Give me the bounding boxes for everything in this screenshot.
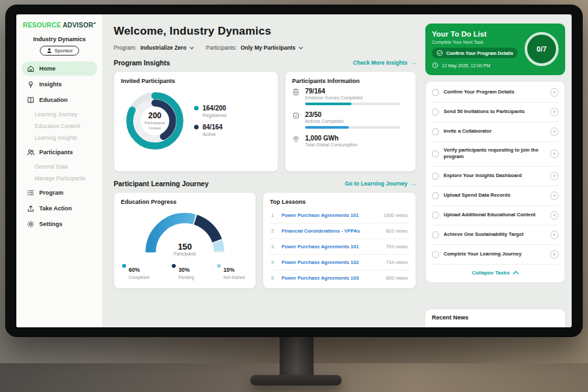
donut-legend: 164/200 Registered 84/164 Active <box>194 99 226 142</box>
gauge-legend: 60% Completed 30% Pending 10% <box>121 257 249 280</box>
due-date-label: 12 May 2025, 12:00 PM <box>442 63 490 68</box>
sidebar-item-education-content[interactable]: Education Content <box>22 120 97 132</box>
sidebar-item-general-data[interactable]: General Data <box>22 161 97 172</box>
sidebar-item-learning-insights[interactable]: Learning Insights <box>22 132 97 144</box>
checkbox-circle[interactable] <box>432 231 439 238</box>
checkbox-circle[interactable] <box>432 128 439 135</box>
legend-label: Not Started <box>223 275 245 280</box>
chevron-right-icon[interactable]: › <box>550 108 559 116</box>
todo-item-label: Upload Spend Data Records <box>444 192 546 199</box>
donut-chart: 200 Participants Invited 164/200 Registe… <box>121 87 271 152</box>
checkbox-circle[interactable] <box>432 89 439 96</box>
todo-item[interactable]: Confirm Your Program Details › <box>432 83 559 103</box>
link-label: Go to Learning Journey <box>345 180 408 187</box>
todo-item[interactable]: Send 50 Invitations to Participants › <box>432 103 559 122</box>
chevron-right-icon[interactable]: › <box>550 172 559 180</box>
stat-value: 1,000 GWh <box>305 135 409 142</box>
sidebar-item-education[interactable]: Education <box>22 93 97 107</box>
checkbox-circle[interactable] <box>432 212 439 219</box>
chevron-right-icon[interactable]: › <box>550 191 559 200</box>
collapse-tasks-label: Collapse Tasks <box>472 270 510 276</box>
checkbox-circle[interactable] <box>432 192 439 199</box>
legend-item-active: 84/164 Active <box>194 123 226 137</box>
chevron-right-icon[interactable]: › <box>550 250 559 259</box>
program-select[interactable]: Industrialize Zero <box>140 44 194 51</box>
sidebar-item-manage-participants[interactable]: Manage Participants <box>22 172 97 184</box>
sponsor-badge[interactable]: Sponsor <box>40 46 80 56</box>
section-title: Program Insights <box>114 59 170 67</box>
location-pin-icon <box>292 135 300 150</box>
program-select-value: Industrialize Zero <box>140 44 186 51</box>
stat-value: 23/50 <box>305 111 409 118</box>
arrow-right-icon: → <box>411 59 417 66</box>
todo-title: Your To Do List <box>432 30 523 38</box>
lesson-row: 1 Power Purchase Agreements 101 1000 vie… <box>270 208 409 223</box>
todo-item[interactable]: Achieve One Sustainability Target › <box>432 225 559 245</box>
sidebar-item-insights[interactable]: Insights <box>22 77 97 91</box>
recent-news-header[interactable]: Recent News <box>425 309 565 327</box>
todo-item[interactable]: Upload Additional Educational Content › <box>432 206 559 225</box>
todo-item-label: Complete Your Learning Journey <box>444 251 546 257</box>
monitor-stand-base <box>250 375 342 385</box>
go-to-learning-journey-link[interactable]: Go to Learning Journey → <box>345 180 416 187</box>
sidebar-item-settings[interactable]: Settings <box>22 217 97 231</box>
person-icon <box>46 48 52 54</box>
logo-primary: RESOURCE <box>23 22 61 29</box>
lesson-views: 1000 views <box>383 212 408 218</box>
lesson-views: 600 views <box>386 275 408 281</box>
participants-information-card: Participants Information 79/164 Emission… <box>285 71 416 172</box>
lesson-link[interactable]: Financial Considerations - VPPAs <box>282 228 381 234</box>
chevron-right-icon[interactable]: › <box>550 231 559 239</box>
logo-plus: + <box>93 21 96 25</box>
checkbox-circle[interactable] <box>432 150 439 157</box>
insights-cards-row: Invited Participants 200 <box>114 71 416 172</box>
todo-item[interactable]: Verify participants requesting to join t… <box>432 142 559 167</box>
monitor-stand <box>280 335 314 378</box>
legend-label: Completed <box>129 275 149 280</box>
chevron-down-icon <box>299 46 303 50</box>
lesson-link[interactable]: Power Purchase Agreements 103 <box>282 275 381 281</box>
todo-item-label: Confirm Your Program Details <box>444 89 546 95</box>
sidebar-item-home[interactable]: Home <box>22 61 97 76</box>
gear-icon <box>27 220 35 228</box>
legend-value: 84/164 <box>203 123 223 131</box>
todo-item[interactable]: Upload Spend Data Records › <box>432 186 559 206</box>
progress-bar <box>305 126 400 129</box>
participants-select[interactable]: Only My Participants <box>240 44 303 51</box>
checkbox-circle[interactable] <box>432 172 439 180</box>
legend-pct: 60% <box>129 267 140 273</box>
todo-panel: Your To Do List Complete Your Next Task:… <box>424 14 572 327</box>
todo-item[interactable]: Invite a Collaborator › <box>432 122 559 142</box>
sidebar-item-participants[interactable]: Participants <box>22 145 97 159</box>
collapse-tasks-link[interactable]: Collapse Tasks <box>432 265 559 281</box>
todo-item-label: Explore Your Insights Dashboard <box>444 172 546 179</box>
checkbox-circle[interactable] <box>432 251 439 258</box>
checkbox-circle[interactable] <box>432 108 439 116</box>
sidebar-item-take-action[interactable]: Take Action <box>22 201 97 216</box>
check-more-insights-link[interactable]: Check More Insights → <box>353 59 416 66</box>
sidebar-nav: Home Insights Education Learning Journey… <box>22 61 97 231</box>
stat-actions-completed: 23/50 Actions Completed <box>292 111 409 129</box>
lesson-row: 3 Power Purchase Agreements 101 793 view… <box>270 239 409 255</box>
learning-journey-header: Participant Learning Journey Go to Learn… <box>114 180 416 188</box>
lesson-link[interactable]: Power Purchase Agreements 101 <box>282 244 381 250</box>
chevron-right-icon[interactable]: › <box>550 150 559 158</box>
todo-item[interactable]: Complete Your Learning Journey › <box>432 245 559 265</box>
stat-emission-survey: 79/164 Emission Survey Completed <box>292 88 409 105</box>
next-task-pill[interactable]: Confirm Your Program Details <box>432 48 517 58</box>
todo-item[interactable]: Explore Your Insights Dashboard › <box>432 167 559 186</box>
program-insights-header: Program Insights Check More Insights → <box>114 59 416 67</box>
lesson-link[interactable]: Power Purchase Agreements 101 <box>282 212 378 218</box>
lesson-link[interactable]: Power Purchase Agreements 102 <box>282 259 381 265</box>
next-task-label: Confirm Your Program Details <box>446 50 513 56</box>
top-lessons-card: Top Lessons 1 Power Purchase Agreements … <box>263 192 416 289</box>
sidebar-item-learning-journey[interactable]: Learning Journey <box>22 108 97 120</box>
chevron-right-icon[interactable]: › <box>550 211 559 220</box>
section-title: Participant Learning Journey <box>114 180 208 188</box>
chevron-right-icon[interactable]: › <box>550 88 559 97</box>
logo-secondary-text: ADVISOR <box>63 22 93 29</box>
stat-global-consumption: 1,000 GWh Total Global Consumption <box>292 135 409 150</box>
chevron-right-icon[interactable]: › <box>550 127 559 136</box>
legend-pct: 30% <box>178 267 189 273</box>
sidebar-item-program[interactable]: Program <box>22 186 97 200</box>
